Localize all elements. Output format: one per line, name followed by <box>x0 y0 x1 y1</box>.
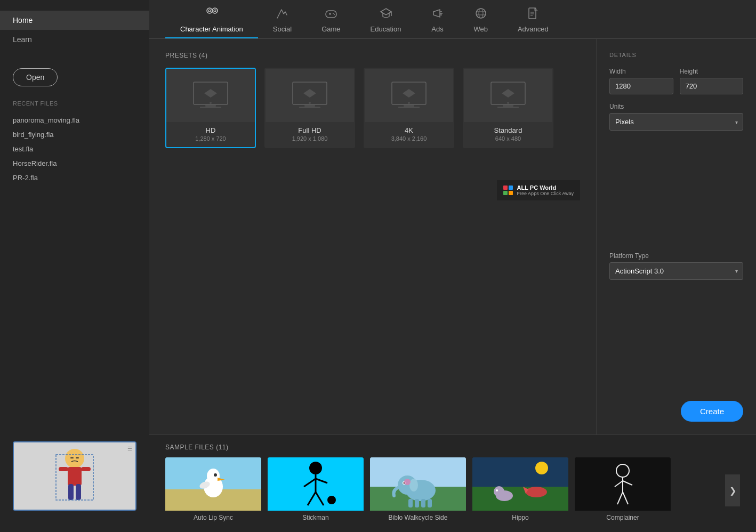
height-input[interactable] <box>680 78 744 94</box>
svg-rect-39 <box>299 107 320 108</box>
svg-rect-44 <box>398 107 420 108</box>
svg-marker-42 <box>403 89 415 98</box>
recent-file-5[interactable]: PR-2.fla <box>13 171 136 185</box>
svg-rect-38 <box>304 105 315 107</box>
svg-rect-76 <box>428 499 432 507</box>
platform-label: Platform Type <box>609 252 743 260</box>
sample-complainer[interactable]: Complainer <box>575 457 671 523</box>
sample-biblo[interactable]: Biblo Walkcycle Side <box>370 457 466 523</box>
width-input[interactable] <box>609 78 673 94</box>
svg-rect-5 <box>81 467 91 471</box>
samples-area: SAMPLE FILES (11) <box>149 434 756 532</box>
units-select-wrap: Pixels Inches Centimeters Millimeters ▾ <box>609 113 743 131</box>
svg-point-72 <box>409 479 418 491</box>
platform-select[interactable]: ActionScript 3.0 HTML5 Canvas WebGL AIR … <box>609 262 743 280</box>
preset-4k-thumb <box>365 69 453 122</box>
svg-rect-34 <box>200 107 221 108</box>
create-button[interactable]: Create <box>681 401 743 422</box>
advanced-icon <box>528 7 538 22</box>
sample-biblo-thumb <box>370 457 466 511</box>
dimensions-row: Width Height <box>609 68 743 94</box>
preset-fullhd[interactable]: Full HD 1,920 x 1,080 <box>264 68 355 148</box>
samples-scroll: Auto Lip Sync <box>165 457 740 523</box>
tab-web[interactable]: Web <box>459 0 503 38</box>
svg-point-65 <box>327 496 336 504</box>
preset-fullhd-thumb <box>266 69 354 122</box>
tab-social[interactable]: Social <box>258 0 307 38</box>
preset-standard[interactable]: Standard 640 x 480 <box>463 68 553 148</box>
watermark-logo <box>503 186 513 195</box>
svg-point-16 <box>333 13 334 14</box>
platform-group: Platform Type ActionScript 3.0 HTML5 Can… <box>609 252 743 393</box>
sample-auto-lip-sync[interactable]: Auto Lip Sync <box>165 457 261 523</box>
svg-point-56 <box>214 473 217 477</box>
main-content: Character Animation Social G <box>149 0 756 532</box>
svg-point-59 <box>309 462 322 474</box>
svg-rect-74 <box>415 499 419 507</box>
preset-hd[interactable]: HD 1,280 x 720 <box>165 68 256 148</box>
svg-point-17 <box>334 14 335 15</box>
sample-stickman[interactable]: Stickman <box>268 457 364 523</box>
tab-ads[interactable]: Ads <box>416 0 459 38</box>
tab-advanced[interactable]: Advanced <box>503 0 564 38</box>
recent-file-1[interactable]: panoroma_moving.fla <box>13 113 136 127</box>
presets-grid: HD 1,280 x 720 <box>165 68 580 148</box>
recent-file-2[interactable]: bird_flying.fla <box>13 127 136 142</box>
svg-point-50 <box>507 102 509 104</box>
width-group: Width <box>609 68 673 94</box>
sample-lip-sync-label: Auto Lip Sync <box>165 511 261 523</box>
open-button[interactable]: Open <box>13 68 58 86</box>
svg-point-54 <box>207 469 220 483</box>
sample-hippo-thumb <box>472 457 568 511</box>
svg-point-80 <box>535 462 548 474</box>
education-icon <box>380 7 392 22</box>
svg-marker-32 <box>204 89 217 98</box>
svg-point-11 <box>212 8 218 13</box>
sample-hippo-label: Hippo <box>472 511 568 523</box>
svg-point-12 <box>214 10 216 12</box>
recent-file-4[interactable]: HorseRider.fla <box>13 156 136 171</box>
tab-game[interactable]: Game <box>307 1 355 38</box>
samples-scroll-right-button[interactable]: ❯ <box>725 474 740 506</box>
tab-character-animation[interactable]: Character Animation <box>165 0 258 38</box>
presets-title: PRESETS (4) <box>165 52 580 59</box>
sidebar-item-home[interactable]: Home <box>0 11 149 30</box>
svg-rect-75 <box>421 499 425 507</box>
preset-4k[interactable]: 4K 3,840 x 2,160 <box>364 68 454 148</box>
sample-hippo[interactable]: Hippo <box>472 457 568 523</box>
recent-files-label: RECENT FILES <box>13 100 136 107</box>
character-illustration <box>53 447 96 505</box>
tab-education[interactable]: Education <box>356 0 416 38</box>
units-select[interactable]: Pixels Inches Centimeters Millimeters <box>609 113 743 131</box>
svg-rect-73 <box>408 499 413 507</box>
tab-bar: Character Animation Social G <box>149 0 756 39</box>
svg-point-40 <box>309 102 311 104</box>
preset-4k-info: 4K 3,840 x 2,160 <box>365 122 453 147</box>
svg-rect-78 <box>472 457 568 487</box>
svg-point-23 <box>476 9 486 18</box>
svg-rect-79 <box>472 487 568 511</box>
preset-standard-thumb <box>464 69 552 122</box>
svg-marker-37 <box>303 89 316 98</box>
svg-rect-49 <box>497 107 519 108</box>
game-icon <box>325 9 337 22</box>
units-label: Units <box>609 103 743 110</box>
svg-rect-4 <box>59 467 68 471</box>
svg-marker-18 <box>381 9 391 15</box>
sample-complainer-thumb <box>575 457 671 511</box>
sample-stickman-label: Stickman <box>268 511 364 523</box>
width-label: Width <box>609 68 673 75</box>
svg-point-77 <box>404 479 411 485</box>
ads-icon <box>431 7 443 22</box>
platform-select-wrap: ActionScript 3.0 HTML5 Canvas WebGL AIR … <box>609 262 743 280</box>
social-icon <box>276 7 288 22</box>
svg-rect-48 <box>503 105 513 107</box>
svg-rect-6 <box>68 484 74 500</box>
sidebar-item-learn[interactable]: Learn <box>0 30 149 49</box>
details-title: DETAILS <box>609 52 743 58</box>
web-icon <box>475 7 487 22</box>
recent-files-section: RECENT FILES panoroma_moving.fla bird_fl… <box>0 100 149 185</box>
preset-hd-thumb <box>166 69 255 122</box>
recent-file-3[interactable]: test.fla <box>13 142 136 156</box>
details-panel: DETAILS Width Height Units Pixels Inches <box>596 39 756 434</box>
